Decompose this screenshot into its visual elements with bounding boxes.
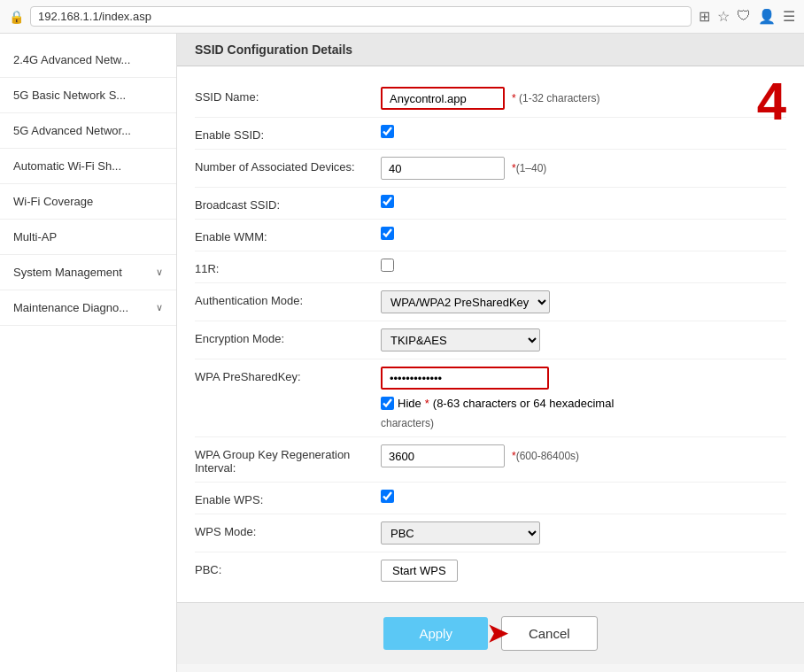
menu-icon[interactable]: ☰ (783, 8, 795, 25)
form-container: 4 SSID Name: * (1-32 characters) Enable … (177, 66, 804, 602)
enable-wmm-label: Enable WMM: (195, 227, 381, 243)
num-devices-control: *(1–40) (381, 157, 786, 180)
sidebar-item-wifi-coverage[interactable]: Wi-Fi Coverage (0, 184, 176, 220)
ssid-name-input[interactable] (381, 87, 505, 110)
enable-ssid-control (381, 125, 786, 138)
enable-wmm-row: Enable WMM: (195, 220, 786, 251)
wpa-psk-label: WPA PreSharedKey: (195, 367, 381, 383)
11r-label: 11R: (195, 259, 381, 275)
wpa-psk-input[interactable] (381, 367, 549, 390)
num-devices-label: Number of Associated Devices: (195, 157, 381, 174)
apply-button[interactable]: Apply (383, 617, 488, 650)
group-key-hint: *(600-86400s) (512, 450, 579, 462)
sidebar-item-label: 2.4G Advanced Netw... (13, 53, 130, 66)
sidebar-item-maint-diag[interactable]: Maintenance Diagno... ∨ (0, 290, 176, 326)
sidebar-item-2g-advanced[interactable]: 2.4G Advanced Netw... (0, 42, 176, 78)
auth-mode-select[interactable]: WPA/WPA2 PreSharedKey Open WEP WPA PreSh… (381, 290, 550, 313)
url-text: 192.168.1.1/index.asp (38, 10, 151, 23)
ssid-name-control: * (1-32 characters) (381, 87, 786, 110)
pbc-control: Start WPS (381, 560, 786, 582)
wpa-psk-control: Hide *(8-63 characters or 64 hexadecimal… (381, 367, 786, 429)
translate-icon[interactable]: ⊞ (699, 8, 710, 25)
wps-mode-row: WPS Mode: PBC PIN (195, 514, 786, 552)
sidebar-item-label: 5G Advanced Networ... (13, 124, 131, 137)
sidebar-item-multi-ap[interactable]: Multi-AP (0, 220, 176, 255)
wps-mode-label: WPS Mode: (195, 521, 381, 538)
group-key-input[interactable] (381, 444, 505, 467)
hide-label: Hide *(8-63 characters or 64 hexadecimal (381, 397, 614, 410)
auth-mode-control: WPA/WPA2 PreSharedKey Open WEP WPA PreSh… (381, 290, 786, 313)
sidebar-item-label: Multi-AP (13, 230, 57, 243)
group-key-label: WPA Group Key Regeneration Interval: (195, 444, 381, 475)
wpa-psk-row: WPA PreSharedKey: Hide *(8-63 characters… (195, 359, 786, 437)
sidebar-item-label: Wi-Fi Coverage (13, 195, 93, 208)
psk-hint-continuation: characters) (381, 417, 786, 429)
chevron-down-icon: ∨ (156, 302, 163, 313)
sidebar-item-auto-wifi[interactable]: Automatic Wi-Fi Sh... (0, 149, 176, 184)
sidebar-item-sys-mgmt[interactable]: System Management ∨ (0, 255, 176, 290)
pbc-label: PBC: (195, 560, 381, 576)
ssid-name-label: SSID Name: (195, 87, 381, 104)
num-devices-hint: *(1–40) (512, 162, 546, 174)
start-wps-button[interactable]: Start WPS (381, 560, 458, 582)
address-bar[interactable]: 192.168.1.1/index.asp (30, 6, 692, 27)
num-devices-input[interactable] (381, 157, 505, 180)
sidebar-item-label: 5G Basic Network S... (13, 89, 126, 102)
enable-ssid-label: Enable SSID: (195, 125, 381, 142)
sidebar-item-label: Maintenance Diagno... (13, 301, 128, 314)
wps-mode-select[interactable]: PBC PIN (381, 521, 540, 545)
page-title: SSID Configuration Details (195, 42, 352, 57)
account-icon[interactable]: 👤 (758, 8, 776, 25)
sidebar-item-5g-advanced[interactable]: 5G Advanced Networ... (0, 113, 176, 149)
group-key-row: WPA Group Key Regeneration Interval: *(6… (195, 437, 786, 483)
sidebar-item-5g-basic[interactable]: 5G Basic Network S... (0, 78, 176, 113)
bookmark-icon[interactable]: ☆ (717, 8, 730, 25)
enable-wps-label: Enable WPS: (195, 490, 381, 506)
broadcast-ssid-checkbox[interactable] (381, 195, 394, 208)
enable-ssid-row: Enable SSID: (195, 118, 786, 150)
11r-control (381, 259, 786, 272)
num-devices-row: Number of Associated Devices: *(1–40) (195, 150, 786, 188)
broadcast-ssid-control (381, 195, 786, 208)
enc-mode-row: Encryption Mode: TKIP&AES TKIP AES (195, 321, 786, 359)
ssid-name-row: SSID Name: * (1-32 characters) (195, 80, 786, 118)
shield-icon[interactable]: 🛡 (737, 8, 751, 25)
enable-ssid-checkbox[interactable] (381, 125, 394, 138)
ssid-name-hint: * (1-32 characters) (512, 92, 599, 104)
big-number: 4 (757, 75, 786, 128)
sidebar: 2.4G Advanced Netw... 5G Basic Network S… (0, 34, 177, 672)
enable-wps-control (381, 490, 786, 503)
enable-wps-checkbox[interactable] (381, 490, 394, 503)
enc-mode-control: TKIP&AES TKIP AES (381, 328, 786, 351)
lock-icon: 🔒 (9, 10, 23, 24)
broadcast-ssid-label: Broadcast SSID: (195, 195, 381, 212)
enable-wmm-checkbox[interactable] (381, 227, 394, 240)
psk-hint-text: (8-63 characters or 64 hexadecimal (433, 397, 615, 410)
enc-mode-label: Encryption Mode: (195, 328, 381, 345)
hide-psk-checkbox[interactable] (381, 397, 394, 410)
sidebar-item-label: System Management (13, 266, 122, 279)
pbc-row: PBC: Start WPS (195, 552, 786, 589)
browser-actions: ⊞ ☆ 🛡 👤 ☰ (699, 8, 795, 25)
group-key-control: *(600-86400s) (381, 444, 786, 467)
enable-wps-row: Enable WPS: (195, 483, 786, 514)
wps-mode-control: PBC PIN (381, 521, 786, 545)
content-header: SSID Configuration Details (177, 34, 804, 66)
arrow-icon: ➤ (487, 619, 507, 648)
browser-chrome: 🔒 192.168.1.1/index.asp ⊞ ☆ 🛡 👤 ☰ (0, 0, 804, 34)
auth-mode-label: Authentication Mode: (195, 290, 381, 307)
11r-row: 11R: (195, 251, 786, 283)
auth-mode-row: Authentication Mode: WPA/WPA2 PreSharedK… (195, 283, 786, 321)
enc-mode-select[interactable]: TKIP&AES TKIP AES (381, 328, 540, 351)
chevron-down-icon: ∨ (156, 266, 163, 278)
cancel-button[interactable]: Cancel (501, 616, 598, 651)
main-layout: 2.4G Advanced Netw... 5G Basic Network S… (0, 34, 804, 672)
content-area: SSID Configuration Details 4 SSID Name: … (177, 34, 804, 672)
footer-buttons: ➤ Apply Cancel (177, 602, 804, 664)
sidebar-item-label: Automatic Wi-Fi Sh... (13, 159, 121, 173)
broadcast-ssid-row: Broadcast SSID: (195, 188, 786, 220)
11r-checkbox[interactable] (381, 259, 394, 272)
enable-wmm-control (381, 227, 786, 240)
hint-asterisk: * (425, 397, 429, 410)
hide-text: Hide (398, 397, 421, 410)
